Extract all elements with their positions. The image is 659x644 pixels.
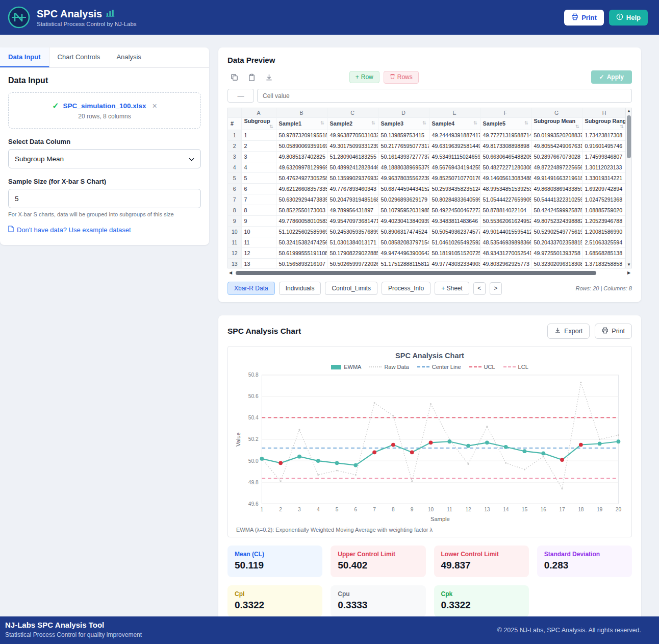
grid-cell[interactable]: 50.10795952031985 [378,205,429,215]
grid-cell[interactable]: 49.8173308898898 [480,140,531,151]
grid-cell[interactable]: 50.32415382474256 [276,237,327,247]
grid-cell[interactable]: 50.24530593576899 [327,226,378,237]
legend-item-lcl[interactable]: LCL [503,364,528,370]
grid-cell[interactable]: 3 [241,151,276,162]
scroll-left-arrow[interactable]: ◀ [227,269,234,277]
grid-cell[interactable]: 49.14605613083488 [480,172,531,183]
vertical-scroll-thumb[interactable] [627,115,631,158]
header-help-button[interactable]: Help [609,10,648,26]
sort-icon[interactable]: ⇅ [524,120,528,126]
grid-cell[interactable]: 49.40230413840939 [378,215,429,226]
grid-cell[interactable]: 1.69209742894 [582,183,626,194]
grid-cell[interactable]: 49.85250710770176 [429,172,480,183]
grid-cell[interactable]: 48.53546939898366 [480,237,531,247]
grid-cell[interactable]: 1.74599346807 [582,151,626,162]
cell-value-input[interactable] [257,89,632,103]
sort-icon[interactable]: ⇅ [575,124,579,129]
ewma-point[interactable] [335,461,339,465]
chart-print-button[interactable]: Print [595,324,632,339]
sheet-next-button[interactable]: > [490,282,502,295]
grid-cell[interactable]: 50.20433702358815 [531,237,582,247]
grid-cell[interactable]: 50.97873209195518 [276,130,327,140]
grid-cell[interactable]: 49.63196392581449 [429,140,480,151]
ewma-flagged-point[interactable] [410,450,414,454]
column-letter-H[interactable]: H [582,108,626,117]
legend-item-raw-data[interactable]: Raw Data [369,364,409,370]
grid-cell[interactable]: 49.97743032334903 [429,258,480,268]
grid-cell[interactable]: 51.2809046183255 [327,151,378,162]
grid-cell[interactable]: 49.87224897225656 [531,162,582,172]
grid-cell[interactable]: 49.80752324398882 [531,215,582,226]
grid-cell[interactable]: 50.08582083797154 [378,237,429,247]
grid-cell[interactable]: 5 [241,172,276,183]
grid-cell[interactable]: 50.878814022104 [480,205,531,215]
cell-reference-box[interactable]: — [227,89,254,103]
grid-cell[interactable]: 50.50549362374577 [429,226,480,237]
grid-cell[interactable]: 50.48272271280308 [480,162,531,172]
column-header-sample5[interactable]: Sample5⇅ [480,117,531,130]
grid-cell[interactable]: 9 [241,215,276,226]
sheet-tab-control-limits[interactable]: Control_Limits [325,282,377,295]
sort-icon[interactable]: ⇅ [620,124,624,129]
row-number[interactable]: 5 [228,172,241,183]
grid-cell[interactable]: 50.18191051520725 [429,247,480,258]
grid-cell[interactable]: 1 [241,130,276,140]
ewma-point[interactable] [541,452,545,456]
scroll-down-arrow[interactable]: ▼ [626,262,632,268]
legend-item-ucl[interactable]: UCL [469,364,495,370]
row-number[interactable]: 11 [228,237,241,247]
ewma-flagged-point[interactable] [372,450,376,454]
grid-cell[interactable]: 13 [241,258,276,268]
grid-cell[interactable]: 50.8906317474524 [378,226,429,237]
row-number[interactable]: 6 [228,183,241,194]
ewma-point[interactable] [260,457,264,461]
grid-cell[interactable]: 49.18880389695379 [378,162,429,172]
row-number[interactable]: 10 [228,226,241,237]
column-header-subgroup[interactable]: Subgroup⇅ [241,117,276,130]
ewma-flagged-point[interactable] [579,443,583,447]
grid-cell[interactable]: 51.04610265492592 [429,237,480,247]
sort-icon[interactable]: ⇅ [422,120,426,126]
grid-cell[interactable]: 49.96378035562239 [378,172,429,183]
grid-cell[interactable]: 49.3483811483646 [429,215,480,226]
grid-cell[interactable]: 50.50265999722026 [327,258,378,268]
delete-rows-button[interactable]: Rows [384,71,419,84]
grid-cell[interactable]: 1.20081586990 [582,226,626,237]
sort-icon[interactable]: ⇅ [269,124,273,129]
ewma-flagged-point[interactable] [391,443,395,447]
row-number[interactable]: 4 [228,162,241,172]
grid-cell[interactable]: 50.55362061624952 [480,215,531,226]
grid-cell[interactable]: 50.16143937277737 [378,151,429,162]
column-header-sample3[interactable]: Sample3⇅ [378,117,429,130]
grid-cell[interactable]: 50.49224500467272 [429,205,480,215]
grid-cell[interactable]: 50.52902549775619 [531,226,582,237]
grid-cell[interactable]: 49.91491663219618 [531,172,582,183]
ewma-point[interactable] [316,459,320,463]
grid-cell[interactable]: 50.20479319485168 [327,194,378,205]
row-number[interactable]: 7 [228,194,241,205]
column-header-sample2[interactable]: Sample2⇅ [327,117,378,130]
grid-cell[interactable]: 0.91601495746 [582,140,626,151]
column-letter-G[interactable]: G [531,108,582,117]
grid-cell[interactable]: 2.51063325594 [582,237,626,247]
sheet-prev-button[interactable]: < [473,282,486,295]
grid-cell[interactable]: 48.93431270052541 [480,247,531,258]
grid-cell[interactable]: 50.8522550173003 [276,205,327,215]
grid-cell[interactable]: 51.17512888115812 [378,258,429,268]
row-number[interactable]: 2 [228,140,241,151]
tab-chart-controls[interactable]: Chart Controls [49,47,109,67]
grid-cell[interactable]: 50.54441322310259 [531,194,582,205]
sort-icon[interactable]: ⇅ [473,120,477,126]
data-column-select[interactable]: Subgroup Mean [8,149,201,168]
scroll-right-arrow[interactable]: ▶ [626,269,632,277]
row-number[interactable]: 9 [228,215,241,226]
grid-cell[interactable]: 2 [241,140,276,151]
grid-cell[interactable]: 49.80554249067631 [531,140,582,151]
remove-file-button[interactable]: × [152,102,157,111]
grid-cell[interactable]: 49.789956431897 [327,205,378,215]
grid-cell[interactable]: 49.95470973681471 [327,215,378,226]
horizontal-scrollbar[interactable]: ◀ ▶ [227,269,632,277]
column-header-subgroup-mean[interactable]: Subgroup Mean⇅ [531,117,582,130]
ewma-flagged-point[interactable] [560,458,564,462]
sheet-tab-individuals[interactable]: Individuals [279,282,321,295]
